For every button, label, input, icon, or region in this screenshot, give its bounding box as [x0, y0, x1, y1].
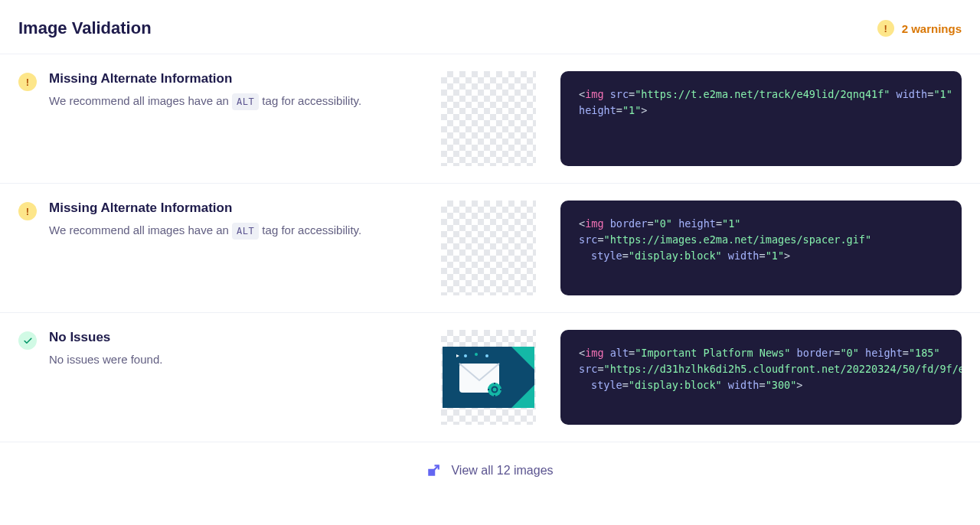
validation-row: !Missing Alternate InformationWe recomme… — [0, 184, 980, 313]
transparency-checker — [441, 71, 536, 166]
view-all-link[interactable]: View all 12 images — [451, 464, 553, 478]
external-link-icon — [426, 464, 440, 478]
svg-point-7 — [475, 353, 478, 356]
validation-row: !Missing Alternate InformationWe recomme… — [0, 54, 980, 184]
image-thumbnail — [441, 201, 536, 295]
transparency-checker — [441, 201, 536, 295]
code-snippet: <img src="https://t.e2ma.net/track/e49li… — [560, 71, 962, 166]
validation-row: No IssuesNo issues were found.<img alt="… — [0, 313, 980, 442]
row-info: !Missing Alternate InformationWe recomme… — [18, 71, 416, 110]
code-snippet: <img border="0" height="1"src="https://i… — [560, 201, 962, 295]
image-thumbnail — [441, 330, 536, 425]
issue-description: We recommend all images have an ALT tag … — [49, 93, 361, 110]
alt-tag-chip: ALT — [232, 223, 259, 240]
issue-heading: No Issues — [49, 330, 162, 345]
page-title: Image Validation — [18, 18, 152, 38]
issue-heading: Missing Alternate Information — [49, 71, 361, 86]
code-snippet: <img alt="Important Platform News" borde… — [560, 330, 962, 425]
svg-point-8 — [485, 354, 488, 357]
footer: View all 12 images — [0, 442, 980, 508]
warning-icon: ! — [18, 202, 37, 220]
alt-tag-chip: ALT — [232, 93, 259, 110]
header: Image Validation ! 2 warnings — [0, 0, 980, 54]
svg-point-6 — [464, 354, 467, 357]
row-info: !Missing Alternate InformationWe recomme… — [18, 201, 416, 240]
issue-heading: Missing Alternate Information — [49, 201, 361, 216]
warnings-summary[interactable]: ! 2 warnings — [877, 20, 962, 37]
warnings-count-text: 2 warnings — [902, 22, 962, 35]
warning-icon: ! — [877, 20, 894, 37]
issue-description: No issues were found. — [49, 351, 162, 369]
image-preview-art — [441, 330, 536, 425]
svg-point-4 — [488, 383, 501, 396]
warning-icon: ! — [18, 73, 37, 91]
issue-description: We recommend all images have an ALT tag … — [49, 222, 361, 240]
image-thumbnail — [441, 71, 536, 166]
success-icon — [18, 331, 37, 350]
row-info: No IssuesNo issues were found. — [18, 330, 416, 369]
